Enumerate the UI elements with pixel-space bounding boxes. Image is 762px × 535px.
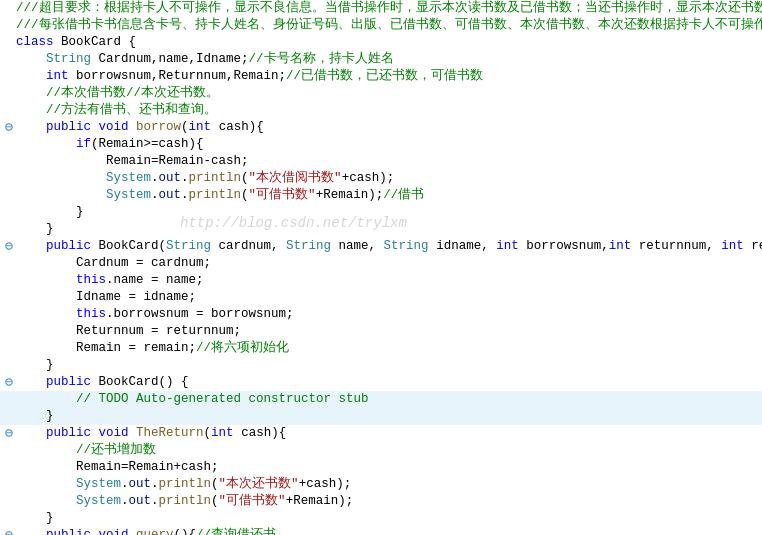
code-line-26: ⊖ public void TheReturn(int cash){ <box>0 425 762 442</box>
code-line-20: Returnnum = returnnum; <box>0 323 762 340</box>
code-line-7: //方法有借书、还书和查询。 <box>0 102 762 119</box>
line-content-17: this.name = name; <box>16 272 762 289</box>
line-content-31: } <box>16 510 762 527</box>
line-content-1: ///超目要求：根据持卡人不可操作，显示不良信息。当借书操作时，显示本次读书数及… <box>16 0 762 17</box>
line-content-5: int borrowsnum,Returnnum,Remain;//已借书数，已… <box>16 68 762 85</box>
code-line-28: Remain=Remain+cash; <box>0 459 762 476</box>
line-content-11: System.out.println("本次借阅书数"+cash); <box>16 170 762 187</box>
code-line-13: } <box>0 204 762 221</box>
code-line-8: ⊖ public void borrow(int cash){ <box>0 119 762 136</box>
gutter-23: ⊖ <box>2 374 16 391</box>
code-editor: http://blog.csdn.net/trylxm ///超目要求：根据持卡… <box>0 0 762 535</box>
line-content-3: class BookCard { <box>16 34 762 51</box>
line-content-23: public BookCard() { <box>16 374 762 391</box>
line-content-27: //还书增加数 <box>16 442 762 459</box>
line-content-4: String Cardnum,name,Idname;//卡号名称，持卡人姓名 <box>16 51 762 68</box>
code-line-12: System.out.println("可借书数"+Remain);//借书 <box>0 187 762 204</box>
code-line-29: System.out.println("本次还书数"+cash); <box>0 476 762 493</box>
code-line-18: Idname = idname; <box>0 289 762 306</box>
gutter-8: ⊖ <box>2 119 16 136</box>
code-line-14: } <box>0 221 762 238</box>
code-line-4: String Cardnum,name,Idname;//卡号名称，持卡人姓名 <box>0 51 762 68</box>
line-content-10: Remain=Remain-cash; <box>16 153 762 170</box>
code-line-19: this.borrowsnum = borrowsnum; <box>0 306 762 323</box>
line-content-18: Idname = idname; <box>16 289 762 306</box>
line-content-28: Remain=Remain+cash; <box>16 459 762 476</box>
code-line-31: } <box>0 510 762 527</box>
code-line-11: System.out.println("本次借阅书数"+cash); <box>0 170 762 187</box>
code-line-23: ⊖ public BookCard() { <box>0 374 762 391</box>
code-line-30: System.out.println("可借书数"+Remain); <box>0 493 762 510</box>
gutter-15: ⊖ <box>2 238 16 255</box>
line-content-7: //方法有借书、还书和查询。 <box>16 102 762 119</box>
line-content-13: } <box>16 204 762 221</box>
code-line-16: Cardnum = cardnum; <box>0 255 762 272</box>
line-content-26: public void TheReturn(int cash){ <box>16 425 762 442</box>
code-line-24: // TODO Auto-generated constructor stub <box>0 391 762 408</box>
line-content-21: Remain = remain;//将六项初始化 <box>16 340 762 357</box>
line-content-9: if(Remain>=cash){ <box>16 136 762 153</box>
line-content-22: } <box>16 357 762 374</box>
line-content-16: Cardnum = cardnum; <box>16 255 762 272</box>
line-content-14: } <box>16 221 762 238</box>
gutter-26: ⊖ <box>2 425 16 442</box>
line-content-25: } <box>16 408 762 425</box>
code-line-2: ///每张借书卡书信息含卡号、持卡人姓名、身份证号码、出版、已借书数、可借书数、… <box>0 17 762 34</box>
line-content-15: public BookCard(String cardnum, String n… <box>16 238 762 255</box>
code-line-21: Remain = remain;//将六项初始化 <box>0 340 762 357</box>
code-area: ///超目要求：根据持卡人不可操作，显示不良信息。当借书操作时，显示本次读书数及… <box>0 0 762 535</box>
code-line-32: ⊖ public void query(){//查询借还书 <box>0 527 762 535</box>
code-line-3: class BookCard { <box>0 34 762 51</box>
line-content-20: Returnnum = returnnum; <box>16 323 762 340</box>
code-line-5: int borrowsnum,Returnnum,Remain;//已借书数，已… <box>0 68 762 85</box>
line-content-8: public void borrow(int cash){ <box>16 119 762 136</box>
line-content-24: // TODO Auto-generated constructor stub <box>16 391 762 408</box>
code-line-10: Remain=Remain-cash; <box>0 153 762 170</box>
code-line-15: ⊖ public BookCard(String cardnum, String… <box>0 238 762 255</box>
code-line-1: ///超目要求：根据持卡人不可操作，显示不良信息。当借书操作时，显示本次读书数及… <box>0 0 762 17</box>
code-line-27: //还书增加数 <box>0 442 762 459</box>
line-content-12: System.out.println("可借书数"+Remain);//借书 <box>16 187 762 204</box>
line-content-30: System.out.println("可借书数"+Remain); <box>16 493 762 510</box>
code-line-9: if(Remain>=cash){ <box>0 136 762 153</box>
line-content-29: System.out.println("本次还书数"+cash); <box>16 476 762 493</box>
line-content-32: public void query(){//查询借还书 <box>16 527 762 535</box>
code-line-22: } <box>0 357 762 374</box>
code-line-6: //本次借书数//本次还书数。 <box>0 85 762 102</box>
gutter-32: ⊖ <box>2 527 16 535</box>
line-content-2: ///每张借书卡书信息含卡号、持卡人姓名、身份证号码、出版、已借书数、可借书数、… <box>16 17 762 34</box>
line-content-6: //本次借书数//本次还书数。 <box>16 85 762 102</box>
code-line-17: this.name = name; <box>0 272 762 289</box>
code-line-25: } <box>0 408 762 425</box>
line-content-19: this.borrowsnum = borrowsnum; <box>16 306 762 323</box>
